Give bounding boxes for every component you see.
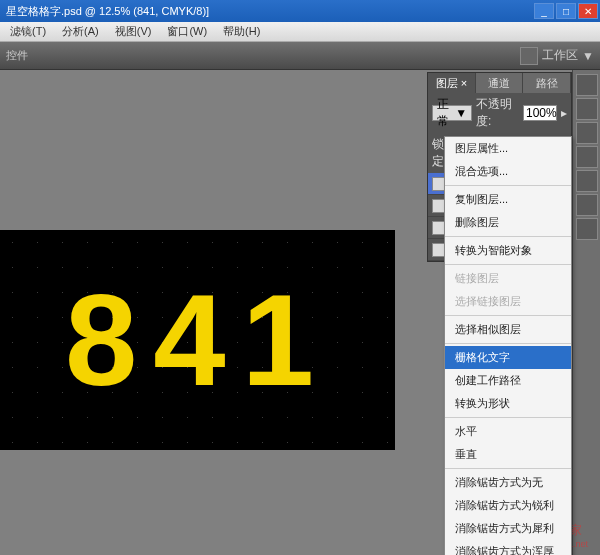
maximize-button[interactable]: □ xyxy=(556,3,576,19)
context-menu-item[interactable]: 混合选项... xyxy=(445,160,571,183)
menu-view[interactable]: 视图(V) xyxy=(109,22,158,41)
context-menu-item: 选择链接图层 xyxy=(445,290,571,313)
tool-icon[interactable] xyxy=(576,218,598,240)
tab-layers[interactable]: 图层 × xyxy=(428,73,476,93)
window-title: 星空格格字.psd @ 12.5% (841, CMYK/8)] xyxy=(2,4,209,19)
minimize-button[interactable]: _ xyxy=(534,3,554,19)
context-menu-item[interactable]: 选择相似图层 xyxy=(445,318,571,341)
tool-icon[interactable] xyxy=(576,74,598,96)
title-bar: 星空格格字.psd @ 12.5% (841, CMYK/8)] _ □ ✕ xyxy=(0,0,600,22)
context-menu-item[interactable]: 复制图层... xyxy=(445,188,571,211)
context-menu-item[interactable]: 创建工作路径 xyxy=(445,369,571,392)
layer-context-menu: 图层属性...混合选项...复制图层...删除图层转换为智能对象链接图层选择链接… xyxy=(444,136,572,555)
right-toolbar xyxy=(572,70,600,555)
opacity-label: 不透明度: xyxy=(476,96,519,130)
context-menu-item[interactable]: 消除锯齿方式为锐利 xyxy=(445,494,571,517)
workspace-switcher[interactable]: 工作区 ▼ xyxy=(520,47,594,65)
tool-icon[interactable] xyxy=(576,146,598,168)
context-menu-item[interactable]: 消除锯齿方式为浑厚 xyxy=(445,540,571,555)
workspace-icon xyxy=(520,47,538,65)
menu-analysis[interactable]: 分析(A) xyxy=(56,22,105,41)
context-menu-item[interactable]: 删除图层 xyxy=(445,211,571,234)
tool-icon[interactable] xyxy=(576,122,598,144)
chevron-right-icon[interactable]: ▸ xyxy=(561,106,567,120)
tool-icon[interactable] xyxy=(576,194,598,216)
context-menu-item[interactable]: 消除锯齿方式为犀利 xyxy=(445,517,571,540)
context-menu-item[interactable]: 消除锯齿方式为无 xyxy=(445,471,571,494)
menu-bar: 滤镜(T) 分析(A) 视图(V) 窗口(W) 帮助(H) xyxy=(0,22,600,42)
context-menu-item[interactable]: 图层属性... xyxy=(445,137,571,160)
context-menu-item[interactable]: 垂直 xyxy=(445,443,571,466)
workspace-label: 工作区 xyxy=(542,47,578,64)
toolbar-label: 控件 xyxy=(6,48,28,63)
text-layer-content: 841 xyxy=(65,265,330,415)
tool-icon[interactable] xyxy=(576,170,598,192)
tab-channels[interactable]: 通道 xyxy=(476,73,524,93)
tab-paths[interactable]: 路径 xyxy=(523,73,571,93)
menu-help[interactable]: 帮助(H) xyxy=(217,22,266,41)
context-menu-item[interactable]: 水平 xyxy=(445,420,571,443)
menu-window[interactable]: 窗口(W) xyxy=(161,22,213,41)
options-bar: 控件 工作区 ▼ xyxy=(0,42,600,70)
context-menu-item[interactable]: 转换为智能对象 xyxy=(445,239,571,262)
close-button[interactable]: ✕ xyxy=(578,3,598,19)
document-artwork: 841 xyxy=(0,230,395,450)
opacity-input[interactable]: 100% xyxy=(523,105,557,121)
context-menu-item: 链接图层 xyxy=(445,267,571,290)
chevron-down-icon: ▼ xyxy=(582,49,594,63)
context-menu-item[interactable]: 转换为形状 xyxy=(445,392,571,415)
context-menu-item[interactable]: 栅格化文字 xyxy=(445,346,571,369)
menu-filter[interactable]: 滤镜(T) xyxy=(4,22,52,41)
blend-mode-select[interactable]: 正常▼ xyxy=(432,105,472,121)
tool-icon[interactable] xyxy=(576,98,598,120)
window-controls: _ □ ✕ xyxy=(534,3,598,19)
